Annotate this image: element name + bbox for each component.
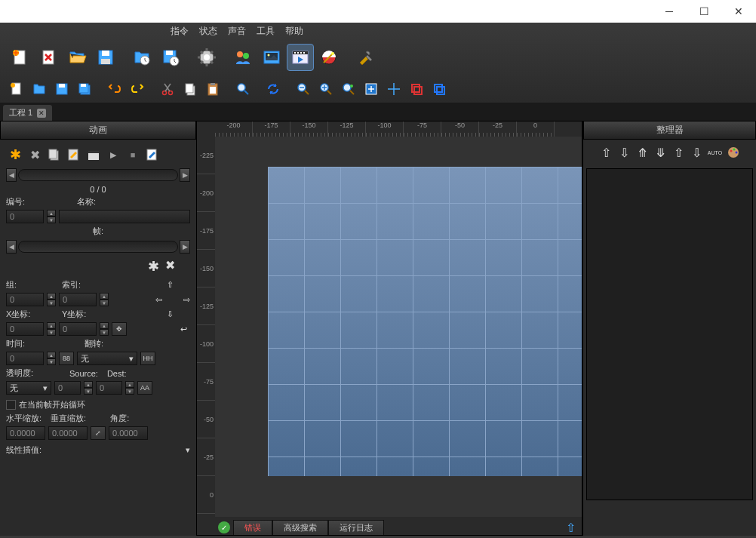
menu-sound[interactable]: 声音 (223, 23, 250, 39)
scale-icon[interactable]: ⤢ (91, 426, 106, 440)
spark-icon[interactable]: ✱ (6, 146, 24, 164)
arrow-right-icon[interactable]: ⇨ (183, 295, 190, 305)
undo-icon[interactable] (104, 78, 125, 100)
new-file-icon[interactable] (6, 44, 33, 71)
org-top-icon[interactable]: ⇧ (671, 144, 687, 161)
recent-folder-icon[interactable] (128, 44, 155, 71)
save-small-icon[interactable] (51, 78, 72, 100)
slider-right-icon[interactable]: ▶ (180, 168, 190, 182)
opacity-combo[interactable]: 无▾ (6, 381, 51, 395)
source-input[interactable] (54, 381, 81, 395)
menu-tools[interactable]: 工具 (252, 23, 279, 39)
scroll-up-icon[interactable]: ⇧ (566, 521, 576, 535)
blue-box-icon[interactable] (429, 78, 450, 100)
palette-icon[interactable] (725, 144, 742, 161)
org-auto-icon[interactable]: AUTO (707, 144, 724, 161)
group-input[interactable] (6, 293, 44, 306)
spin-down-icon[interactable]: ▼ (47, 217, 56, 223)
settings-icon[interactable] (193, 44, 220, 71)
delete-file-icon[interactable] (35, 44, 62, 71)
frame-right-icon[interactable]: ▶ (180, 240, 190, 254)
paste-icon[interactable] (202, 78, 223, 100)
tab-search[interactable]: 高级搜索 (272, 520, 328, 536)
menu-instruction[interactable]: 指令 (166, 23, 193, 39)
copy-small-icon[interactable] (45, 146, 63, 164)
organizer-list[interactable] (586, 168, 753, 500)
stop-icon[interactable]: ■ (124, 146, 142, 164)
flip-combo[interactable]: 无▾ (77, 352, 137, 365)
redo-icon[interactable] (127, 78, 148, 100)
x-icon[interactable]: ✖ (26, 146, 44, 164)
dest-input[interactable] (96, 381, 122, 395)
org-down10-icon[interactable]: ⤋ (653, 144, 669, 161)
spin-up-icon[interactable]: ▲ (47, 210, 56, 217)
zoom-out-icon[interactable] (293, 78, 314, 100)
write-icon[interactable] (143, 146, 161, 164)
cut-icon[interactable] (157, 78, 178, 100)
zoom-fit-icon[interactable] (338, 78, 359, 100)
menu-state[interactable]: 状态 (195, 23, 222, 39)
animation-slider[interactable]: ◀ ▶ (6, 168, 190, 182)
red-box-icon[interactable] (406, 78, 427, 100)
video-icon[interactable] (287, 44, 314, 71)
spark2-icon[interactable]: ✱ (148, 258, 159, 275)
org-down-icon[interactable]: ⇩ (616, 144, 633, 161)
time-input[interactable] (6, 352, 44, 365)
copy-icon[interactable] (180, 78, 201, 100)
canvas-viewport[interactable] (215, 137, 582, 517)
slider-left-icon[interactable]: ◀ (6, 168, 17, 182)
chevron-down-icon[interactable]: ▾ (186, 445, 190, 455)
hscale-input[interactable] (6, 426, 45, 440)
index-input[interactable] (59, 293, 97, 306)
frame-left-icon[interactable]: ◀ (6, 240, 17, 254)
close-button[interactable]: ✕ (721, 0, 756, 23)
edit-icon[interactable] (65, 146, 83, 164)
open-folder-icon[interactable] (63, 44, 91, 71)
arrow-up-icon[interactable]: ⇧ (167, 280, 174, 290)
maximize-button[interactable]: ☐ (687, 0, 721, 23)
move-icon[interactable]: ✥ (112, 322, 127, 336)
vscale-input[interactable] (48, 426, 88, 440)
tools-icon[interactable] (352, 44, 379, 71)
flip-hh-icon[interactable]: HH (140, 352, 155, 365)
org-up-icon[interactable]: ⇧ (598, 144, 615, 161)
refresh-icon[interactable] (263, 78, 284, 100)
crosshair-icon[interactable] (383, 78, 404, 100)
arrow-left-icon[interactable]: ⇦ (155, 295, 162, 305)
svg-point-44 (350, 85, 353, 88)
check-icon[interactable]: ✓ (218, 521, 230, 533)
tab-errors[interactable]: 错误 (233, 520, 272, 536)
angle-input[interactable] (109, 426, 148, 440)
image-icon[interactable] (258, 44, 285, 71)
org-up10-icon[interactable]: ⤊ (635, 144, 651, 161)
back-arrow-icon[interactable]: ↩ (180, 324, 187, 334)
zoom-actual-icon[interactable] (361, 78, 382, 100)
zoom-in-icon[interactable] (315, 78, 337, 100)
zoom-icon[interactable] (232, 78, 254, 100)
org-bottom-icon[interactable]: ⇩ (689, 144, 705, 161)
users-icon[interactable] (229, 44, 257, 71)
number-input[interactable] (6, 210, 44, 223)
play-icon[interactable]: ▶ (104, 146, 122, 164)
magic-wand-icon[interactable] (315, 44, 343, 71)
tab-close-icon[interactable]: ✕ (37, 109, 46, 118)
arrow-down-icon[interactable]: ⇩ (167, 309, 174, 319)
minimize-button[interactable]: ─ (652, 0, 687, 23)
x2-icon[interactable]: ✖ (165, 258, 175, 275)
folder-icon[interactable] (29, 78, 50, 100)
save-icon[interactable] (92, 44, 119, 71)
save-all-icon[interactable] (74, 78, 95, 100)
aa-icon[interactable]: AA (137, 381, 152, 395)
time-mode-icon[interactable]: 88 (59, 352, 74, 365)
ycoord-input[interactable] (59, 322, 97, 336)
clapper-icon[interactable] (85, 146, 103, 164)
project-tab[interactable]: 工程 1 ✕ (3, 105, 52, 121)
new-doc-icon[interactable] (6, 78, 27, 100)
loop-checkbox[interactable] (6, 400, 16, 410)
xcoord-input[interactable] (6, 322, 44, 336)
name-input[interactable] (59, 210, 190, 223)
tab-log[interactable]: 运行日志 (328, 520, 384, 536)
frame-slider[interactable]: ◀ ▶ (6, 240, 190, 254)
save-time-icon[interactable] (157, 44, 184, 71)
menu-help[interactable]: 帮助 (281, 23, 308, 39)
